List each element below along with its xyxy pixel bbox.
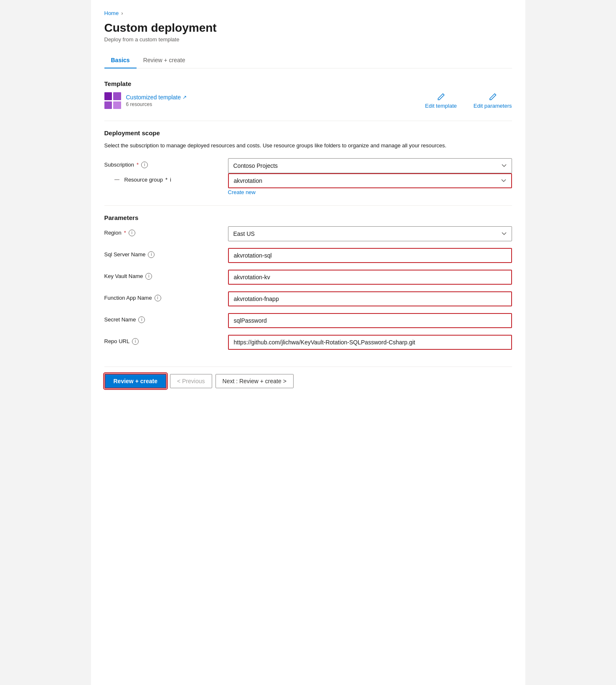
- deployment-scope-title: Deployment scope: [104, 129, 512, 136]
- template-icon-sq4: [113, 101, 121, 109]
- secret-name-control: [228, 313, 512, 328]
- key-vault-name-control: [228, 270, 512, 285]
- secret-name-info-icon[interactable]: i: [138, 316, 145, 323]
- repo-url-control: [228, 335, 512, 350]
- template-icon-sq1: [104, 92, 112, 100]
- function-app-name-control: [228, 291, 512, 306]
- resource-group-select[interactable]: akvrotation: [228, 173, 512, 188]
- secret-name-label: Secret Name i: [104, 313, 221, 323]
- sql-server-name-control: [228, 248, 512, 263]
- subscription-required-star: *: [137, 162, 139, 168]
- parameters-section: Parameters Region * i East US Sql Server…: [104, 214, 512, 350]
- footer-bar: Review + create < Previous Next : Review…: [104, 367, 512, 395]
- key-vault-name-input[interactable]: [228, 270, 512, 285]
- region-row: Region * i East US: [104, 226, 512, 241]
- divider-1: [104, 121, 512, 121]
- region-required-star: *: [124, 230, 126, 236]
- template-section-title: Template: [104, 80, 512, 87]
- sql-server-name-input[interactable]: [228, 248, 512, 263]
- template-icon-sq2: [113, 92, 121, 100]
- repo-url-input[interactable]: [228, 335, 512, 350]
- next-button[interactable]: Next : Review + create >: [215, 374, 294, 388]
- template-icon: [104, 92, 121, 109]
- resource-group-row: Resource group * i akvrotation Create ne…: [104, 173, 512, 195]
- divider-2: [104, 205, 512, 206]
- repo-url-label: Repo URL i: [104, 335, 221, 345]
- repo-url-row: Repo URL i: [104, 335, 512, 350]
- tab-basics[interactable]: Basics: [104, 53, 137, 68]
- breadcrumb: Home ›: [104, 10, 512, 16]
- function-app-name-info-icon[interactable]: i: [155, 295, 161, 301]
- region-control: East US: [228, 226, 512, 241]
- tab-review-create[interactable]: Review + create: [137, 53, 192, 68]
- external-link-icon: ↗: [183, 94, 187, 100]
- template-actions: Edit template Edit parameters: [425, 93, 512, 109]
- sql-server-name-info-icon[interactable]: i: [148, 251, 155, 258]
- resources-count: 6 resources: [126, 101, 187, 107]
- key-vault-name-label: Key Vault Name i: [104, 270, 221, 280]
- breadcrumb-separator: ›: [121, 10, 123, 16]
- sql-server-name-row: Sql Server Name i: [104, 248, 512, 263]
- template-icon-sq3: [104, 101, 112, 109]
- previous-button[interactable]: < Previous: [170, 374, 212, 388]
- customized-template-link[interactable]: Customized template ↗: [126, 94, 187, 101]
- subscription-select[interactable]: Contoso Projects: [228, 158, 512, 173]
- edit-parameters-button[interactable]: Edit parameters: [474, 93, 512, 109]
- parameters-section-title: Parameters: [104, 214, 512, 221]
- template-info: Customized template ↗ 6 resources: [104, 92, 187, 109]
- resource-group-info-icon[interactable]: i: [170, 177, 171, 183]
- repo-url-info-icon[interactable]: i: [132, 338, 139, 345]
- function-app-name-input[interactable]: [228, 291, 512, 306]
- deployment-scope-description: Select the subscription to manage deploy…: [104, 142, 512, 150]
- function-app-name-label: Function App Name i: [104, 291, 221, 301]
- breadcrumb-home-link[interactable]: Home: [104, 10, 119, 16]
- region-info-icon[interactable]: i: [129, 230, 135, 236]
- subscription-label: Subscription * i: [104, 158, 221, 168]
- subscription-control: Contoso Projects: [228, 158, 512, 173]
- region-label: Region * i: [104, 226, 221, 236]
- secret-name-row: Secret Name i: [104, 313, 512, 328]
- create-new-resource-group-link[interactable]: Create new: [228, 189, 512, 195]
- resource-group-required-star: *: [165, 177, 167, 183]
- template-text: Customized template ↗ 6 resources: [126, 94, 187, 107]
- page-title: Custom deployment: [104, 21, 512, 35]
- page-subtitle: Deploy from a custom template: [104, 36, 512, 43]
- resource-group-control: akvrotation Create new: [228, 173, 512, 195]
- subscription-info-icon[interactable]: i: [141, 162, 148, 168]
- template-card: Customized template ↗ 6 resources Edit t…: [104, 92, 512, 109]
- template-section: Template Customized template ↗ 6 resourc…: [104, 80, 512, 109]
- secret-name-input[interactable]: [228, 313, 512, 328]
- subscription-row: Subscription * i Contoso Projects: [104, 158, 512, 173]
- function-app-name-row: Function App Name i: [104, 291, 512, 306]
- edit-parameters-icon: [489, 93, 497, 101]
- page-container: Home › Custom deployment Deploy from a c…: [91, 0, 525, 685]
- sql-server-name-label: Sql Server Name i: [104, 248, 221, 258]
- key-vault-name-info-icon[interactable]: i: [145, 273, 152, 280]
- key-vault-name-row: Key Vault Name i: [104, 270, 512, 285]
- tab-bar: Basics Review + create: [104, 53, 512, 68]
- resource-group-label: Resource group * i: [104, 173, 221, 183]
- region-select[interactable]: East US: [228, 226, 512, 241]
- review-create-button[interactable]: Review + create: [104, 374, 167, 389]
- edit-template-icon: [437, 93, 445, 101]
- deployment-scope-section: Deployment scope Select the subscription…: [104, 129, 512, 195]
- edit-template-button[interactable]: Edit template: [425, 93, 457, 109]
